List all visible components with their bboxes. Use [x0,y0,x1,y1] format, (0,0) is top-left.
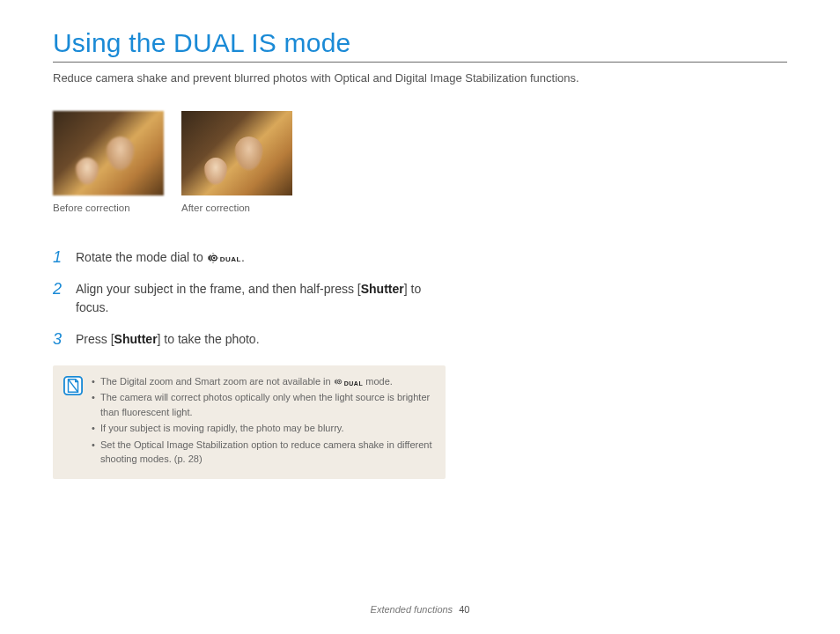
title-rule [53,62,787,63]
before-caption: Before correction [53,203,164,213]
step-number: 3 [53,330,65,350]
note-list: The Digital zoom and Smart zoom are not … [92,374,433,468]
manual-page: Using the DUAL IS mode Reduce camera sha… [0,0,840,479]
note-item: The camera will correct photos optically… [92,390,433,419]
footer-page-number: 40 [459,604,469,615]
step-text: Rotate the mode dial to DUAL. [76,248,245,268]
note1-post: mode. [363,376,393,387]
step-text: Align your subject in the frame, and the… [76,280,440,318]
before-block: Before correction [53,111,164,213]
dual-label: DUAL [220,254,241,265]
steps-list: 1 Rotate the mode dial to DUAL. 2 Align … [53,248,440,350]
step-3: 3 Press [Shutter] to take the photo. [53,330,440,350]
footer-section: Extended functions [371,604,453,615]
svg-point-1 [213,257,215,259]
shutter-bold: Shutter [361,282,404,296]
step-text: Press [Shutter] to take the photo. [76,330,260,350]
note-item: Set the Optical Image Stabilization opti… [92,438,433,467]
dual-label: DUAL [344,380,363,389]
page-title: Using the DUAL IS mode [53,28,787,58]
step-1-post: . [241,250,245,264]
dual-mode-icon: DUAL [334,377,363,387]
step-1: 1 Rotate the mode dial to DUAL. [53,248,440,268]
step-1-pre: Rotate the mode dial to [76,250,207,264]
comparison-images: Before correction After correction [53,111,787,213]
step-2: 2 Align your subject in the frame, and t… [53,280,440,318]
dual-mode-icon: DUAL [207,252,241,264]
page-subtitle: Reduce camera shake and prevent blurred … [53,71,787,85]
step-number: 2 [53,280,65,318]
page-footer: Extended functions 40 [0,604,840,615]
step-3-pre: Press [ [76,332,114,346]
after-block: After correction [181,111,292,213]
note-item: If your subject is moving rapidly, the p… [92,421,433,436]
before-image [53,111,164,195]
after-image [181,111,292,195]
shutter-bold: Shutter [114,332,158,346]
note-item: The Digital zoom and Smart zoom are not … [92,374,433,389]
svg-point-5 [338,381,340,383]
note-icon [63,376,83,395]
note1-pre: The Digital zoom and Smart zoom are not … [100,376,334,387]
step-3-post: ] to take the photo. [158,332,260,346]
note-box: The Digital zoom and Smart zoom are not … [53,365,446,479]
step-2-pre: Align your subject in the frame, and the… [76,282,361,296]
after-caption: After correction [181,203,292,213]
step-number: 1 [53,248,65,268]
